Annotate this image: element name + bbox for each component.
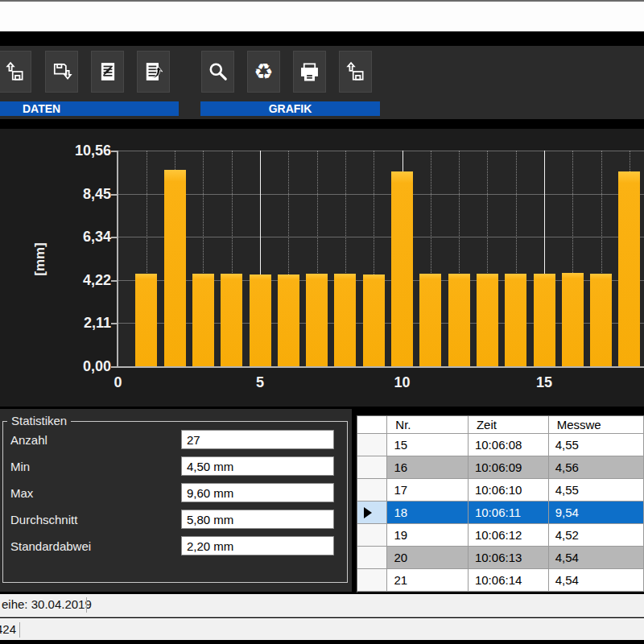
stat-input-standardabwei[interactable] — [181, 536, 334, 555]
stat-input-anzahl[interactable] — [181, 430, 334, 449]
row-gutter[interactable] — [357, 502, 387, 524]
y-tick-mark — [111, 366, 117, 368]
y-tick-mark — [111, 323, 117, 324]
y-tick-label: 8,45 — [47, 186, 111, 203]
statusbar-separator — [86, 597, 87, 613]
cell-messwert[interactable]: 4,54 — [549, 547, 644, 569]
row-header-gutter — [357, 416, 387, 434]
statusbar-series-date: eihe: 30.04.2019 — [2, 597, 92, 611]
cell-nr[interactable]: 16 — [387, 456, 469, 479]
table-row[interactable]: 1710:06:104,55 — [357, 479, 644, 502]
stat-input-min[interactable] — [181, 456, 334, 476]
cell-messwert[interactable]: 4,52 — [549, 524, 644, 547]
bar — [618, 171, 640, 366]
y-tick-label: 0,00 — [47, 358, 111, 375]
cell-nr[interactable]: 18 — [387, 502, 469, 524]
cell-messwert[interactable]: 4,55 — [549, 479, 644, 502]
group-label-daten: DATEN — [0, 101, 179, 116]
cell-nr[interactable]: 20 — [387, 547, 469, 569]
printer-icon — [299, 61, 320, 83]
bar — [135, 274, 157, 366]
x-tick-label: 15 — [526, 374, 562, 391]
y-tick-mark — [111, 237, 117, 238]
bar — [448, 274, 470, 366]
y-axis-title: [mm] — [32, 233, 48, 285]
y-axis-line — [117, 151, 118, 368]
export-data-button[interactable] — [137, 51, 170, 93]
bar — [562, 273, 584, 366]
magnifier-icon — [208, 61, 229, 82]
cell-zeit[interactable]: 10:06:11 — [469, 502, 549, 524]
cell-nr[interactable]: 17 — [387, 479, 469, 502]
y-tick-label: 10,56 — [47, 142, 111, 159]
bar — [590, 274, 612, 366]
refresh-button[interactable]: ♻ — [247, 51, 280, 93]
zoom-button[interactable] — [201, 51, 234, 93]
bar — [505, 274, 526, 366]
cell-nr[interactable]: 19 — [387, 524, 469, 547]
column-header-zeit[interactable]: Zeit — [469, 416, 549, 434]
cell-messwert[interactable]: 9,54 — [549, 502, 644, 524]
floppy-down-icon — [52, 61, 72, 82]
cell-zeit[interactable]: 10:06:09 — [469, 456, 549, 479]
row-gutter[interactable] — [357, 434, 387, 456]
measurement-table: Nr.ZeitMesswe1510:06:084,551610:06:094,5… — [357, 415, 644, 592]
cell-zeit[interactable]: 10:06:14 — [469, 569, 549, 592]
load-data-button[interactable] — [0, 51, 31, 93]
cell-messwert[interactable]: 4,56 — [549, 456, 644, 479]
table-row[interactable]: 1910:06:124,52 — [357, 524, 644, 547]
row-gutter[interactable] — [357, 456, 387, 479]
bar — [192, 274, 214, 366]
stat-input-durchschnitt[interactable] — [181, 510, 334, 529]
column-header-nr[interactable]: Nr. — [387, 416, 469, 434]
statusbar-1: eihe: 30.04.2019 — [0, 594, 644, 617]
cell-zeit[interactable]: 10:06:08 — [469, 434, 549, 456]
bar-chart: [mm] 0,002,114,226,348,4510,56051015 — [0, 129, 644, 407]
cell-messwert[interactable]: 4,55 — [549, 434, 644, 456]
statusbar-device-id: 424 — [0, 622, 16, 636]
row-gutter[interactable] — [357, 569, 387, 592]
stat-label-min: Min — [10, 460, 30, 473]
bar — [250, 275, 271, 366]
top-window-remnant — [0, 2, 644, 31]
row-gutter[interactable] — [357, 479, 387, 502]
table-row[interactable]: 1610:06:094,56 — [357, 456, 644, 479]
table-row[interactable]: 2010:06:134,54 — [357, 547, 644, 569]
table-row[interactable]: 1810:06:119,54 — [357, 502, 644, 524]
floppy-up-icon — [5, 61, 26, 82]
delete-data-button[interactable] — [91, 51, 124, 93]
bar — [221, 274, 242, 366]
save-graphic-button[interactable] — [339, 51, 372, 93]
cell-nr[interactable]: 15 — [387, 434, 469, 456]
y-tick-mark — [111, 280, 117, 282]
save-data-button[interactable] — [45, 51, 78, 93]
print-button[interactable] — [293, 51, 326, 93]
stat-input-max[interactable] — [181, 483, 334, 502]
cell-nr[interactable]: 21 — [387, 569, 469, 592]
table-row[interactable]: 2110:06:144,54 — [357, 569, 644, 592]
floppy-up-icon — [345, 61, 366, 82]
cell-zeit[interactable]: 10:06:13 — [469, 547, 549, 569]
y-tick-label: 4,22 — [47, 272, 111, 289]
table-row[interactable]: 1510:06:084,55 — [357, 434, 644, 456]
gridline-horizontal — [118, 194, 644, 195]
statusbar-separator — [19, 622, 20, 638]
cell-zeit[interactable]: 10:06:10 — [469, 479, 549, 502]
statistics-title: Statistiken — [7, 415, 71, 427]
row-gutter[interactable] — [357, 547, 387, 569]
statusbar-2: 424 — [0, 618, 644, 640]
column-header-messwe[interactable]: Messwe — [549, 416, 644, 434]
toolbar: ♻ DATEN GRAFIK — [0, 46, 644, 119]
x-tick-label: 10 — [385, 374, 420, 391]
recycle-icon: ♻ — [254, 61, 273, 83]
x-tick-label: 0 — [101, 374, 136, 391]
bar — [306, 274, 328, 366]
bar — [419, 274, 441, 366]
bar — [334, 274, 356, 366]
cell-messwert[interactable]: 4,54 — [549, 569, 644, 592]
bar — [278, 275, 299, 366]
row-gutter[interactable] — [357, 524, 387, 547]
x-tick-label: 5 — [242, 374, 278, 391]
x-axis-line — [117, 366, 644, 368]
cell-zeit[interactable]: 10:06:12 — [469, 524, 549, 547]
